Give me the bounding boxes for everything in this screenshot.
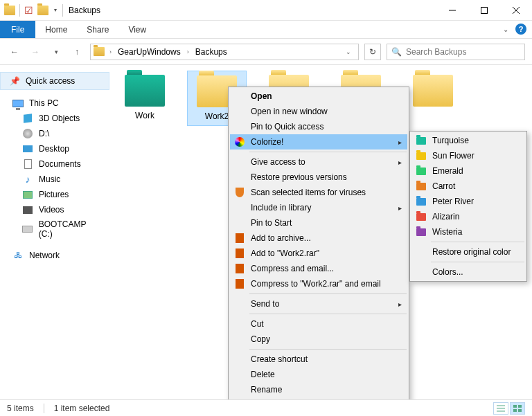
folder-swatch-icon [416,211,427,222]
music-icon: ♪ [22,174,33,185]
color-option[interactable]: Carrot [411,179,525,194]
sidebar-network[interactable]: 🖧Network [0,248,109,263]
sidebar-item-drive-d[interactable]: D:\ [0,126,109,141]
forward-button[interactable]: → [28,44,43,60]
menu-item-label: Copy [251,334,270,344]
sidebar-item-label: D:\ [39,129,49,138]
menu-item-label: Compress to "Work2.rar" and email [251,279,381,289]
menu-item[interactable]: Scan selected items for viruses [230,185,407,200]
menu-item-label: Alizarin [432,212,459,221]
sidebar-item-videos[interactable]: Videos [0,202,109,217]
menu-item[interactable]: Rename [230,382,407,397]
sidebar-item-label: Quick access [26,76,75,86]
menu-item-label: Include in library [251,203,311,212]
color-option[interactable]: Sun Flower [411,148,525,163]
properties-icon[interactable]: ☑ [24,5,33,16]
svg-rect-10 [518,409,522,412]
menu-item[interactable]: Add to "Work2.rar" [230,246,407,261]
up-button[interactable]: ↑ [69,44,85,60]
view-details-button[interactable] [493,402,508,415]
qat-dropdown-icon[interactable]: ▾ [53,7,58,13]
tab-home[interactable]: Home [35,21,77,38]
quick-access-toolbar: ☑ ▾ [0,4,63,17]
sidebar-item-label: BOOTCAMP (C:) [39,219,101,239]
folder-icon[interactable] [37,6,48,15]
menu-item[interactable]: Delete [230,367,407,382]
sidebar-item-bootcamp-c[interactable]: BOOTCAMP (C:) [0,217,109,241]
tab-share[interactable]: Share [77,21,118,38]
color-option[interactable]: Emerald [411,163,525,179]
menu-item[interactable]: Colorize!▸ [230,134,407,150]
breadcrumb[interactable]: GearUpWindows [116,47,182,57]
sidebar-item-documents[interactable]: Documents [0,156,109,172]
colorize-submenu: TurquoiseSun FlowerEmeraldCarrotPeter Ri… [409,131,527,282]
title-bar: ☑ ▾ Backups [0,0,532,21]
chevron-right-icon[interactable]: › [185,48,191,55]
document-icon [22,159,33,170]
menu-item[interactable]: Cut [230,316,407,332]
menu-item[interactable]: Compress to "Work2.rar" and email [230,276,407,291]
sidebar-item-music[interactable]: ♪Music [0,172,109,187]
restore-color[interactable]: Restore original color [411,244,525,260]
menu-item-label: Colors... [432,267,463,277]
menu-item[interactable]: Open in new window [230,104,407,119]
search-input[interactable]: 🔍 Search Backups [387,44,525,60]
menu-item[interactable]: Compress and email... [230,261,407,276]
ribbon-collapse-icon[interactable]: ⌄ [503,26,508,33]
svg-rect-9 [513,409,517,412]
address-bar[interactable]: › GearUpWindows › Backups ⌄ [90,44,359,60]
window-controls [436,0,532,21]
menu-item-label: Turquoise [432,136,469,145]
color-option[interactable]: Alizarin [411,209,525,224]
color-option[interactable]: Turquoise [411,133,525,148]
menu-item[interactable]: Pin to Start [230,215,407,230]
maximize-button[interactable] [468,0,500,21]
menu-item[interactable]: Include in library▸ [230,200,407,215]
custom-colors[interactable]: Colors... [411,264,525,280]
search-icon: 🔍 [391,47,402,57]
color-option[interactable]: Peter River [411,194,525,209]
close-button[interactable] [500,0,532,21]
chevron-right-icon[interactable]: › [107,48,114,55]
menu-item-label: Peter River [432,197,474,206]
menu-item[interactable]: Give access to▸ [230,154,407,170]
refresh-button[interactable]: ↻ [364,44,381,60]
menu-item-label: Cut [251,319,264,329]
sidebar-item-3d-objects[interactable]: 3D Objects [0,111,109,126]
address-dropdown-icon[interactable]: ⌄ [342,48,355,55]
folder-icon [94,47,105,56]
separator [249,152,407,152]
menu-item-label: Pin to Quick access [251,122,323,132]
menu-item-label: Pin to Start [251,218,292,228]
sidebar-quick-access[interactable]: 📌 Quick access [0,72,109,90]
folder-swatch-icon [416,165,427,177]
menu-item[interactable]: Open [230,89,407,104]
sidebar-item-desktop[interactable]: Desktop [0,141,109,156]
menu-item-label: Restore original color [432,247,511,257]
menu-item[interactable]: Pin to Quick access [230,119,407,134]
help-icon[interactable]: ? [515,24,526,35]
folder-swatch-icon [416,150,427,161]
folder-item[interactable]: Work [115,71,175,126]
sidebar-this-pc[interactable]: This PC [0,96,109,111]
folder-item[interactable] [403,71,463,126]
breadcrumb[interactable]: Backups [194,47,229,57]
view-icons-button[interactable] [510,402,525,415]
recent-dropdown-icon[interactable]: ▾ [48,44,64,60]
rainbow-icon [234,136,245,147]
menu-item[interactable]: Send to▸ [230,296,407,311]
menu-item[interactable]: Create shortcut [230,352,407,367]
sidebar-item-pictures[interactable]: Pictures [0,187,109,202]
back-button[interactable]: ← [7,44,22,60]
separator [19,4,20,17]
menu-item[interactable]: Add to archive... [230,230,407,246]
color-option[interactable]: Wisteria [411,224,525,239]
minimize-button[interactable] [436,0,468,21]
menu-item-label: Open [251,91,272,101]
folder-swatch-icon [416,181,427,192]
file-tab[interactable]: File [0,21,35,38]
menu-item[interactable]: Restore previous versions [230,170,407,185]
folder-swatch-icon [416,196,427,207]
tab-view[interactable]: View [118,21,156,38]
menu-item[interactable]: Copy [230,332,407,347]
